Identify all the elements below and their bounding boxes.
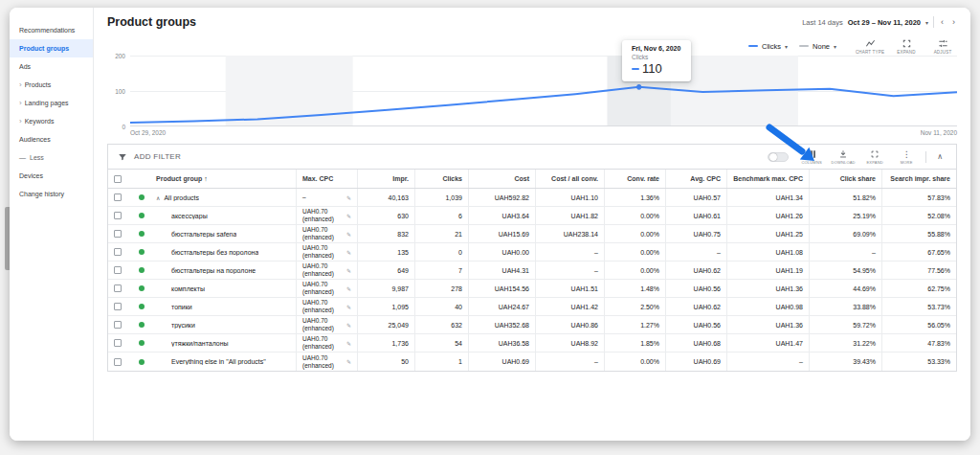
table-row[interactable]: комплекты UAH0.70(enhanced) ✎ 9,987278UA… <box>108 280 956 298</box>
table-row[interactable]: ∧ All products – ✎ 40,1631,039UAH592.82U… <box>108 189 956 207</box>
table-row[interactable]: бюстгальтеры без поролона UAH0.70(enhanc… <box>108 243 956 262</box>
table-expand-button[interactable]: EXPAND <box>862 149 887 165</box>
table-row[interactable]: утяжки/панталоны UAH0.70(enhanced) ✎ 1,7… <box>108 334 956 353</box>
table-row[interactable]: трусики UAH0.70(enhanced) ✎ 25,049632UAH… <box>108 316 956 334</box>
collapse-row-icon[interactable]: ∧ <box>156 194 160 201</box>
sidebar-item-recommendations[interactable]: Recommendations <box>10 21 93 39</box>
table-row[interactable]: Everything else in "All products" UAH0.7… <box>108 353 956 371</box>
metric-cell: UAH0.98 <box>726 298 809 315</box>
row-checkbox[interactable] <box>108 262 133 279</box>
product-group-cell[interactable]: Everything else in "All products" <box>150 353 296 371</box>
download-button[interactable]: DOWNLOAD <box>831 149 856 165</box>
sidebar-item-less[interactable]: —Less <box>10 148 93 167</box>
column-header-cost[interactable]: Cost <box>468 170 535 188</box>
row-checkbox[interactable] <box>108 334 133 352</box>
date-next-button[interactable]: › <box>950 17 957 27</box>
max-cpc-cell[interactable]: UAH0.70(enhanced) ✎ <box>296 353 357 371</box>
edit-pencil-icon[interactable]: ✎ <box>346 358 351 365</box>
divider <box>925 151 926 163</box>
edit-pencil-icon[interactable]: ✎ <box>346 267 351 274</box>
chart-expand-button[interactable]: EXPAND <box>892 38 921 55</box>
column-header-cost-all-conv[interactable]: Cost / all conv. <box>535 170 604 188</box>
column-header-clicks[interactable]: Clicks <box>414 170 468 188</box>
sidebar-item-change-history[interactable]: Change history <box>10 185 93 203</box>
product-group-name: аксессуары <box>171 213 208 219</box>
row-checkbox[interactable] <box>108 243 133 261</box>
column-header-avg-cpc[interactable]: Avg. CPC <box>665 170 726 188</box>
row-checkbox[interactable] <box>108 316 133 333</box>
chart-plot-area[interactable] <box>130 56 957 126</box>
max-cpc-cell[interactable]: UAH0.70(enhanced) ✎ <box>296 225 357 242</box>
edit-pencil-icon[interactable]: ✎ <box>346 231 351 238</box>
table-row[interactable]: бюстгальтеры на поролоне UAH0.70(enhance… <box>108 262 956 280</box>
date-prev-button[interactable]: ‹ <box>939 17 946 27</box>
sidebar-item-devices[interactable]: Devices <box>10 167 93 185</box>
product-group-cell[interactable]: бюстгальтеры без поролона <box>150 243 296 261</box>
edit-pencil-icon[interactable]: ✎ <box>346 304 351 310</box>
chart-legend-row: Clicks ▾ None ▾ CHART TYPE EXPAND <box>94 36 970 56</box>
row-checkbox[interactable] <box>108 298 133 315</box>
product-group-cell[interactable]: бюстгальтеры safena <box>150 225 296 242</box>
product-group-cell[interactable]: ∧ All products <box>150 189 296 206</box>
sidebar-item-ads[interactable]: Ads <box>10 57 93 76</box>
table-row[interactable]: аксессуары UAH0.70(enhanced) ✎ 6306UAH3.… <box>108 207 956 225</box>
column-header-impr[interactable]: Impr. <box>357 170 414 188</box>
sidebar-item-landing-pages[interactable]: ›Landing pages <box>10 94 93 112</box>
select-all-checkbox[interactable] <box>108 170 133 188</box>
columns-button[interactable]: COLUMNS <box>799 149 824 165</box>
column-header-click-share[interactable]: Click share <box>809 170 881 188</box>
edit-pencil-icon[interactable]: ✎ <box>346 213 351 219</box>
auto-apply-toggle[interactable] <box>768 152 789 162</box>
product-group-cell[interactable]: топики <box>150 298 296 315</box>
column-header-product-group[interactable]: Product group ↑ <box>150 170 296 188</box>
column-header-benchmark-max-cpc[interactable]: Benchmark max. CPC <box>726 170 809 188</box>
column-header-search-impr-share[interactable]: Search impr. share <box>881 170 956 188</box>
sidebar-item-audiences[interactable]: Audiences <box>10 130 93 148</box>
edit-pencil-icon[interactable]: ✎ <box>346 285 351 292</box>
date-range-control[interactable]: Last 14 days Oct 29 – Nov 11, 2020 ▾ ‹ › <box>802 16 957 28</box>
edit-pencil-icon[interactable]: ✎ <box>346 340 351 347</box>
max-cpc-cell[interactable]: UAH0.70(enhanced) ✎ <box>296 262 357 279</box>
sidebar-item-keywords[interactable]: ›Keywords <box>10 112 93 130</box>
metric-cell: 135 <box>357 243 414 261</box>
column-header-conv-rate[interactable]: Conv. rate <box>604 170 665 188</box>
max-cpc-cell[interactable]: UAH0.70(enhanced) ✎ <box>296 280 357 297</box>
table-row[interactable]: топики UAH0.70(enhanced) ✎ 1,09540UAH24.… <box>108 298 956 316</box>
edit-pencil-icon[interactable]: ✎ <box>346 322 351 329</box>
max-cpc-cell[interactable]: UAH0.70(enhanced) ✎ <box>296 243 357 261</box>
sidebar-item-product-groups[interactable]: Product groups <box>10 39 93 57</box>
max-cpc-cell[interactable]: UAH0.70(enhanced) ✎ <box>296 207 357 224</box>
status-dot <box>133 207 150 224</box>
max-cpc-cell[interactable]: UAH0.70(enhanced) ✎ <box>296 316 357 333</box>
chart-type-button[interactable]: CHART TYPE <box>856 38 884 55</box>
max-cpc-cell[interactable]: – ✎ <box>296 189 357 206</box>
chart-adjust-button[interactable]: ADJUST <box>928 38 957 55</box>
column-header-max-cpc[interactable]: Max. CPC <box>296 170 357 188</box>
product-group-cell[interactable]: бюстгальтеры на поролоне <box>150 262 296 279</box>
sidebar-item-products[interactable]: ›Products <box>10 76 93 94</box>
status-dot <box>133 316 150 333</box>
product-group-cell[interactable]: утяжки/панталоны <box>150 334 296 352</box>
more-button[interactable]: ⋮ MORE <box>894 149 919 165</box>
edit-pencil-icon[interactable]: ✎ <box>346 249 351 256</box>
row-checkbox[interactable] <box>108 225 133 242</box>
metric-cell: UAH1.10 <box>535 189 604 206</box>
row-checkbox[interactable] <box>108 189 133 206</box>
product-group-name: топики <box>171 304 192 310</box>
row-checkbox[interactable] <box>108 207 133 224</box>
row-checkbox[interactable] <box>108 353 133 371</box>
add-filter-button[interactable]: ADD FILTER <box>118 152 181 162</box>
metric-selector-clicks[interactable]: Clicks ▾ <box>748 42 788 51</box>
collapse-table-button[interactable]: ∧ <box>933 152 947 161</box>
product-group-cell[interactable]: аксессуары <box>150 207 296 224</box>
max-cpc-cell[interactable]: UAH0.70(enhanced) ✎ <box>296 334 357 352</box>
metric-cell: 9,987 <box>357 280 414 297</box>
metric-cell: – <box>535 243 604 261</box>
metric-selector-none[interactable]: None ▾ <box>799 42 836 51</box>
edit-pencil-icon[interactable]: ✎ <box>346 194 351 201</box>
product-group-cell[interactable]: трусики <box>150 316 296 333</box>
max-cpc-cell[interactable]: UAH0.70(enhanced) ✎ <box>296 298 357 315</box>
row-checkbox[interactable] <box>108 280 133 297</box>
product-group-cell[interactable]: комплекты <box>150 280 296 297</box>
table-row[interactable]: бюстгальтеры safena UAH0.70(enhanced) ✎ … <box>108 225 956 243</box>
